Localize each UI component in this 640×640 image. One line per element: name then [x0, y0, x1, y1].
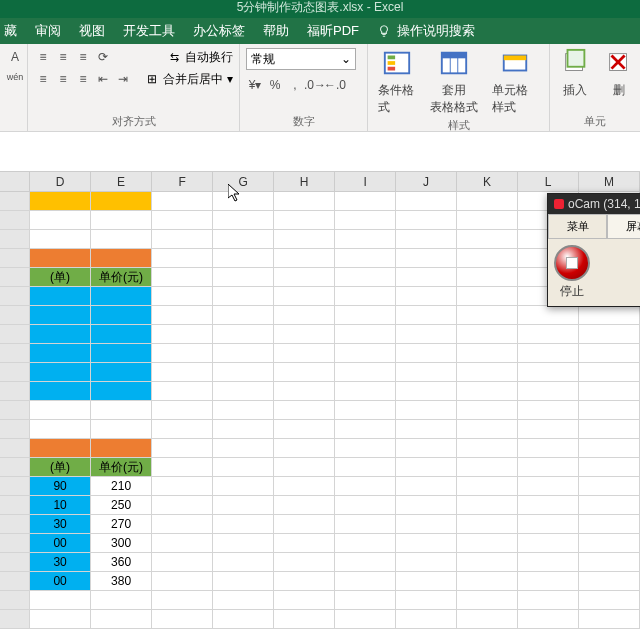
insert-icon: [560, 48, 590, 78]
align-middle-icon[interactable]: ≡: [54, 48, 72, 66]
header-cell[interactable]: (单): [30, 458, 91, 477]
indent-inc-icon[interactable]: ⇥: [114, 70, 132, 88]
group-label: 样式: [374, 116, 543, 133]
menu-item[interactable]: 福昕PDF: [307, 22, 359, 40]
col-header[interactable]: D: [30, 172, 91, 191]
ocam-tab-menu[interactable]: 菜单: [548, 214, 607, 239]
dec-decimal-icon[interactable]: ←.0: [326, 76, 344, 94]
group-label: 数字: [246, 112, 361, 129]
comma-icon[interactable]: ,: [286, 76, 304, 94]
menu-item[interactable]: 视图: [79, 22, 105, 40]
column-headers: D E F G H I J K L M: [0, 172, 640, 192]
percent-icon[interactable]: %: [266, 76, 284, 94]
cell[interactable]: 300: [91, 534, 152, 553]
align-bottom-icon[interactable]: ≡: [74, 48, 92, 66]
col-header[interactable]: E: [91, 172, 152, 191]
pinyin-btn[interactable]: wén: [6, 68, 24, 86]
ocam-stop-button[interactable]: 停止: [554, 245, 590, 300]
menu-item[interactable]: 办公标签: [193, 22, 245, 40]
stop-icon: [554, 245, 590, 281]
align-left-icon[interactable]: ≡: [34, 70, 52, 88]
cell[interactable]: 10: [30, 496, 91, 515]
menu-item[interactable]: 开发工具: [123, 22, 175, 40]
formula-bar-area[interactable]: [0, 132, 640, 172]
cell[interactable]: 00: [30, 534, 91, 553]
delete-icon: [604, 48, 634, 78]
align-center-icon[interactable]: ≡: [54, 70, 72, 88]
cell[interactable]: 380: [91, 572, 152, 591]
inc-decimal-icon[interactable]: .0→: [306, 76, 324, 94]
col-header[interactable]: H: [274, 172, 335, 191]
lightbulb-icon: [377, 24, 391, 38]
delete-button[interactable]: 删: [600, 48, 638, 99]
indent-dec-icon[interactable]: ⇤: [94, 70, 112, 88]
align-right-icon[interactable]: ≡: [74, 70, 92, 88]
conditional-format-button[interactable]: 条件格式: [374, 48, 420, 116]
font-btn[interactable]: A: [6, 48, 24, 66]
ribbon: A wén ≡ ≡ ≡ ⟳ ⇆自动换行 ≡ ≡ ≡: [0, 44, 640, 132]
col-header[interactable]: M: [579, 172, 640, 191]
cell[interactable]: 360: [91, 553, 152, 572]
ocam-tab-screen[interactable]: 屏幕: [607, 214, 640, 239]
spreadsheet-grid[interactable]: (单)单价(元) (单)单价(元) 90210 10250 30270 0030…: [0, 192, 640, 629]
number-format-dropdown[interactable]: 常规⌄: [246, 48, 356, 70]
cell[interactable]: 30: [30, 515, 91, 534]
svg-rect-3: [388, 67, 396, 71]
orientation-icon[interactable]: ⟳: [94, 48, 112, 66]
select-all[interactable]: [0, 172, 30, 191]
currency-icon[interactable]: ¥▾: [246, 76, 264, 94]
header-cell[interactable]: (单): [30, 268, 91, 287]
ocam-titlebar[interactable]: oCam (314, 13: [548, 194, 640, 214]
insert-button[interactable]: 插入: [556, 48, 594, 99]
cell[interactable]: 270: [91, 515, 152, 534]
cell[interactable]: 90: [30, 477, 91, 496]
col-header[interactable]: L: [518, 172, 579, 191]
header-cell[interactable]: 单价(元): [91, 458, 152, 477]
cell[interactable]: 30: [30, 553, 91, 572]
col-header[interactable]: K: [457, 172, 518, 191]
menu-item[interactable]: 帮助: [263, 22, 289, 40]
table-format-button[interactable]: 套用 表格格式: [426, 48, 482, 116]
align-top-icon[interactable]: ≡: [34, 48, 52, 66]
col-header[interactable]: G: [213, 172, 274, 191]
merge-center-button[interactable]: ⊞合并后居中▾: [147, 70, 233, 88]
cell-style-icon: [500, 48, 530, 78]
ocam-app-icon: [554, 199, 564, 209]
col-header[interactable]: I: [335, 172, 396, 191]
header-cell[interactable]: 单价(元): [91, 268, 152, 287]
col-header[interactable]: F: [152, 172, 213, 191]
cell-style-button[interactable]: 单元格样式: [488, 48, 543, 116]
ocam-window[interactable]: oCam (314, 13 菜单 屏幕 停止: [547, 193, 640, 307]
menu-item[interactable]: 藏: [4, 22, 17, 40]
wrap-text-button[interactable]: ⇆自动换行: [170, 48, 233, 66]
group-label: 对齐方式: [34, 112, 233, 129]
title-bar: 5分钟制作动态图表.xlsx - Excel: [0, 0, 640, 18]
chevron-down-icon: ⌄: [341, 52, 351, 66]
cond-format-icon: [382, 48, 412, 78]
group-label: 单元: [556, 112, 634, 129]
menu-bar: 藏 审阅 视图 开发工具 办公标签 帮助 福昕PDF 操作说明搜索: [0, 18, 640, 44]
cell[interactable]: 210: [91, 477, 152, 496]
svg-rect-9: [504, 56, 527, 61]
svg-rect-2: [388, 61, 396, 65]
cell[interactable]: 250: [91, 496, 152, 515]
menu-item[interactable]: 审阅: [35, 22, 61, 40]
table-format-icon: [439, 48, 469, 78]
svg-rect-1: [388, 56, 396, 60]
cell[interactable]: 00: [30, 572, 91, 591]
col-header[interactable]: J: [396, 172, 457, 191]
svg-rect-5: [442, 53, 466, 59]
svg-rect-11: [568, 50, 585, 67]
tell-me-search[interactable]: 操作说明搜索: [377, 22, 475, 40]
